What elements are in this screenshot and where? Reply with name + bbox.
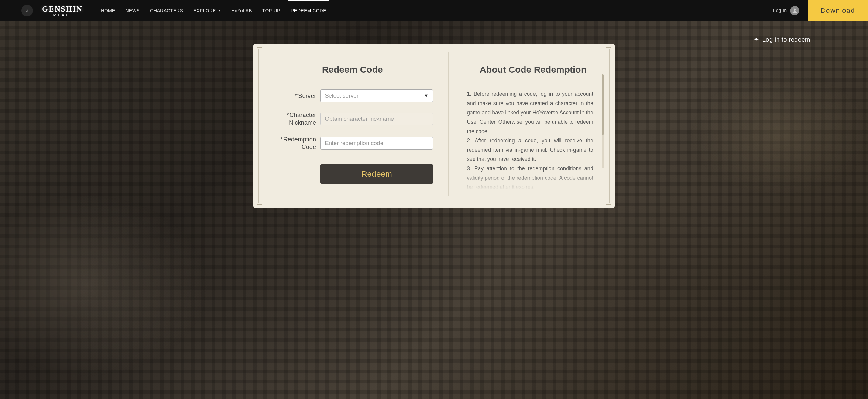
nav-topup[interactable]: TOP-UP [262, 1, 280, 20]
avatar-icon[interactable] [790, 6, 799, 15]
nav-news[interactable]: NEWS [126, 1, 140, 20]
nav: HOME NEWS CHARACTERS EXPLORE ▼ HoYoLAB T… [101, 1, 327, 20]
server-select[interactable]: Select server ▼ [320, 89, 433, 102]
about-column: About Code Redemption 1. Before redeemin… [448, 52, 602, 196]
chevron-down-icon: ▼ [218, 9, 221, 12]
nickname-input[interactable] [320, 113, 433, 125]
nickname-label: *Character Nickname [272, 111, 320, 126]
nav-explore-label: EXPLORE [193, 8, 216, 13]
nav-home[interactable]: HOME [101, 1, 115, 20]
logo-sub: IMPACT [51, 13, 74, 17]
nav-characters[interactable]: CHARACTERS [150, 1, 183, 20]
nav-explore[interactable]: EXPLORE ▼ [193, 1, 221, 20]
login-hint: ✦ Log in to redeem [753, 35, 810, 44]
download-button[interactable]: Download [808, 0, 868, 21]
code-input[interactable] [320, 137, 433, 150]
nav-hoyolab[interactable]: HoYoLAB [231, 1, 252, 20]
chevron-down-icon: ▼ [424, 93, 429, 98]
page-background: ✦ Log in to redeem Redeem Code *Server S… [0, 21, 868, 399]
corner-decoration [256, 47, 262, 52]
scrollbar-thumb[interactable] [602, 74, 603, 135]
form-title: Redeem Code [272, 64, 433, 75]
about-title: About Code Redemption [467, 64, 599, 75]
scrollbar[interactable] [602, 74, 603, 169]
logo-main: GENSHIN [42, 5, 83, 14]
music-toggle-icon[interactable]: ♪ [21, 5, 33, 17]
code-label: *Redemption Code [272, 136, 320, 151]
svg-point-0 [794, 8, 796, 10]
redeem-button[interactable]: Redeem [320, 164, 433, 184]
sparkle-icon: ✦ [753, 35, 759, 44]
redeem-card: Redeem Code *Server Select server ▼ *Cha… [253, 44, 615, 208]
nav-redeem-code[interactable]: REDEEM CODE [290, 1, 326, 20]
corner-decoration [606, 47, 612, 52]
corner-decoration [606, 200, 612, 205]
code-row: *Redemption Code [272, 136, 433, 151]
server-label: *Server [272, 92, 320, 100]
nickname-row: *Character Nickname [272, 111, 433, 126]
login-hint-text: Log in to redeem [762, 36, 810, 43]
logo[interactable]: GENSHIN IMPACT [42, 5, 83, 17]
server-placeholder: Select server [325, 92, 359, 99]
form-column: Redeem Code *Server Select server ▼ *Cha… [266, 52, 448, 196]
about-text: 1. Before redeeming a code, log in to yo… [467, 89, 599, 190]
server-row: *Server Select server ▼ [272, 89, 433, 102]
corner-decoration [256, 200, 262, 205]
login-link[interactable]: Log In [773, 8, 786, 13]
header-right: Log In Download [773, 0, 868, 21]
header: ♪ GENSHIN IMPACT HOME NEWS CHARACTERS EX… [0, 0, 868, 21]
